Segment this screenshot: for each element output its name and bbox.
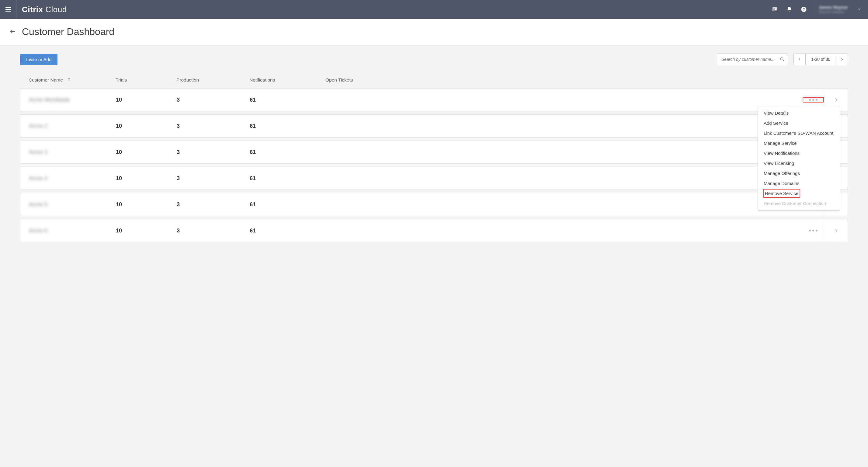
brand-main: Citrix (22, 5, 43, 14)
pager-label: 1-30 of 30 (805, 54, 836, 65)
search-box[interactable] (717, 54, 788, 65)
production-cell: 3 (177, 123, 250, 129)
notifications-cell: 61 (250, 175, 326, 182)
column-header-tickets[interactable]: Open Tickets (326, 77, 842, 83)
production-cell: 3 (177, 97, 250, 103)
menu-item[interactable]: View Licensing (758, 158, 840, 168)
chevron-right-icon (840, 58, 844, 61)
chevron-down-icon (857, 7, 861, 12)
invite-or-add-button[interactable]: Invite or Add (20, 54, 58, 65)
customer-name-cell: Acme 5 (29, 201, 116, 208)
trials-cell: 10 (116, 175, 177, 182)
row-actions-menu: View DetailsAdd ServiceLink Customer's S… (758, 106, 840, 210)
search-icon (780, 57, 785, 62)
customer-name-cell: Acme 6 (29, 228, 116, 234)
notifications-cell: 61 (250, 228, 326, 234)
trials-cell: 10 (116, 228, 177, 234)
brand-logo: Citrix Cloud (22, 5, 67, 14)
chevron-right-icon (834, 97, 838, 103)
svg-point-2 (781, 58, 783, 60)
page-title: Customer Dashboard (22, 26, 114, 37)
table-row: Acme 3 10 3 61 (20, 141, 848, 164)
topbar-icons: ? (772, 6, 807, 12)
svg-text:?: ? (803, 7, 805, 11)
production-cell: 3 (177, 228, 250, 234)
table-row: Acme 4 10 3 61 (20, 167, 848, 190)
customer-name-cell: Acme 3 (29, 149, 116, 155)
notifications-cell: 61 (250, 149, 326, 155)
table-row: Acme 6 10 3 61 (20, 219, 848, 242)
table-row: Acme 5 10 3 61 (20, 193, 848, 216)
trials-cell: 10 (116, 97, 177, 103)
customer-table: Customer Name Trials Production Notifica… (0, 69, 868, 257)
hamburger-button[interactable] (0, 0, 17, 19)
chevron-right-icon (834, 228, 838, 234)
customer-name-cell: Acme 4 (29, 175, 116, 182)
pager-prev-button[interactable] (794, 54, 805, 65)
production-cell: 3 (177, 175, 250, 182)
trials-cell: 10 (116, 123, 177, 129)
notifications-cell: 61 (250, 201, 326, 208)
sort-asc-icon (67, 77, 71, 83)
production-cell: 3 (177, 149, 250, 155)
user-name: James Raynor (819, 5, 848, 10)
user-menu[interactable]: James Raynor Raynor's Raiders (813, 0, 868, 19)
column-header-name[interactable]: Customer Name (29, 77, 116, 83)
notifications-cell: 61 (250, 123, 326, 129)
search-input[interactable] (721, 57, 780, 62)
column-header-production[interactable]: Production (177, 77, 249, 83)
menu-item[interactable]: Manage Offerings (758, 168, 840, 178)
trials-cell: 10 (116, 201, 177, 208)
table-row: Acme Worldwide 10 3 61 (20, 88, 848, 111)
menu-item: Remove Customer Connection (758, 198, 840, 208)
row-expand-button[interactable] (824, 220, 848, 242)
menu-item[interactable]: View Details (758, 108, 840, 118)
brand-sub: Cloud (45, 5, 67, 14)
menu-item[interactable]: View Notifications (758, 148, 840, 158)
more-icon (809, 230, 817, 232)
customer-name-cell: Acme Worldwide (29, 97, 116, 103)
menu-item[interactable]: Link Customer's SD-WAN Account (758, 128, 840, 138)
menu-item[interactable]: Manage Service (758, 138, 840, 148)
hamburger-icon (5, 7, 11, 11)
row-more-button[interactable] (803, 230, 824, 232)
menu-item[interactable]: Add Service (758, 118, 840, 128)
toolbar: Invite or Add 1-30 of 30 (0, 46, 868, 69)
user-sub: Raynor's Raiders (819, 10, 848, 14)
chevron-left-icon (798, 58, 801, 61)
pager: 1-30 of 30 (794, 54, 848, 65)
trials-cell: 10 (116, 149, 177, 155)
notifications-cell: 61 (250, 97, 326, 103)
column-header-trials[interactable]: Trials (116, 77, 177, 83)
topbar: Citrix Cloud ? James Raynor Raynor's Rai… (0, 0, 868, 19)
chat-icon[interactable] (772, 6, 778, 12)
help-icon[interactable]: ? (801, 6, 807, 12)
row-actions (803, 220, 848, 242)
customer-name-cell: Acme 2 (29, 123, 116, 129)
menu-item[interactable]: Remove Service (763, 189, 800, 198)
user-text: James Raynor Raynor's Raiders (819, 5, 848, 14)
table-row: Acme 2 10 3 61 (20, 114, 848, 138)
menu-item[interactable]: Manage Domains (758, 178, 840, 188)
more-icon (809, 99, 817, 101)
row-more-button[interactable] (803, 97, 824, 103)
bell-icon[interactable] (786, 6, 792, 12)
table-header: Customer Name Trials Production Notifica… (20, 75, 848, 88)
column-header-notifications[interactable]: Notifications (249, 77, 326, 83)
pager-next-button[interactable] (836, 54, 848, 65)
production-cell: 3 (177, 201, 250, 208)
back-button[interactable] (9, 28, 17, 36)
titlebar: Customer Dashboard (0, 19, 868, 46)
